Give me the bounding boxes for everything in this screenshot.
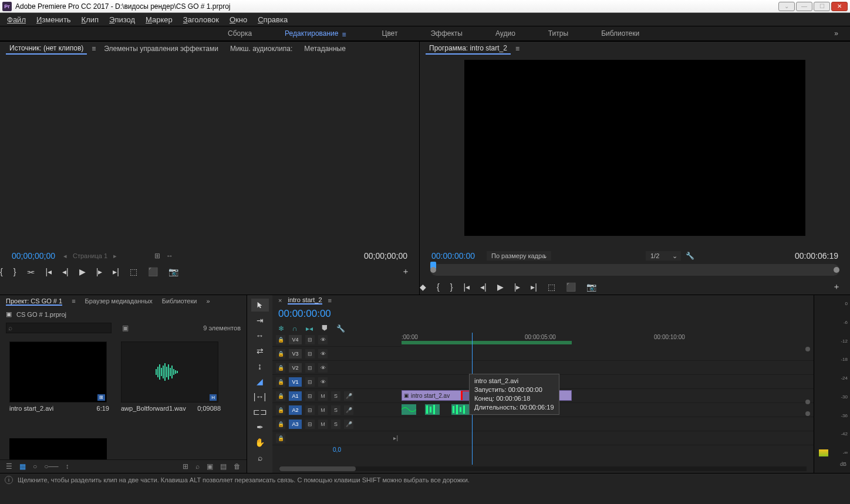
- close-seq-icon[interactable]: ×: [278, 297, 282, 304]
- track-v2[interactable]: V2: [289, 363, 302, 373]
- track-v1[interactable]: V1: [289, 377, 302, 387]
- go-out-icon[interactable]: ▸|: [531, 282, 537, 292]
- add-button-icon[interactable]: ＋: [402, 266, 410, 277]
- eye-icon[interactable]: 👁: [318, 349, 328, 358]
- linked-sel-icon[interactable]: ∩: [292, 324, 298, 333]
- freeform-view-icon[interactable]: ○: [33, 462, 37, 471]
- insert-clip-icon[interactable]: ⬚: [130, 267, 137, 276]
- extract-icon[interactable]: ⬛: [566, 282, 576, 292]
- lock-icon[interactable]: 🔒: [276, 335, 285, 344]
- project-tab[interactable]: Проект: CS GO # 1: [6, 297, 62, 306]
- slide-tool-icon[interactable]: ⊏⊐: [251, 405, 269, 418]
- program-scrubber[interactable]: [430, 264, 839, 276]
- menu-help[interactable]: Справка: [254, 14, 291, 25]
- icon-view-icon[interactable]: ▦: [19, 462, 26, 471]
- marker-icon[interactable]: ▸◂: [306, 324, 313, 333]
- h-scrollbar[interactable]: [272, 465, 814, 473]
- overwrite-clip-icon[interactable]: ⬛: [148, 267, 158, 276]
- go-out-icon[interactable]: ▸|: [113, 267, 119, 276]
- new-bin-icon[interactable]: ▣: [207, 462, 213, 471]
- rate-stretch-tool-icon[interactable]: ↨: [251, 360, 269, 373]
- project-item[interactable]: H awp_Boltforward1.wav0;09088: [121, 341, 221, 412]
- panel-menu-icon[interactable]: ≡: [92, 45, 96, 53]
- program-tc[interactable]: 00:00:00:00: [431, 251, 475, 261]
- sort-icon[interactable]: ↕: [66, 462, 69, 471]
- project-item[interactable]: ⊞ intro start_2.avi6:19: [9, 341, 109, 412]
- hand-tool-icon[interactable]: ✋: [251, 436, 269, 449]
- bin-icon[interactable]: ▣: [6, 310, 12, 318]
- timeline-content[interactable]: :00:00 00:00:05:00 00:00:10:00 ▣intro st…: [402, 333, 814, 465]
- toggle-sync-icon[interactable]: ⊟: [305, 377, 315, 387]
- list-view-icon[interactable]: ☰: [6, 462, 12, 471]
- audio-mixer-tab[interactable]: Микш. аудиоклипа:: [227, 43, 296, 54]
- eye-icon[interactable]: 👁: [318, 363, 328, 373]
- lock-icon[interactable]: 🔒: [276, 434, 285, 443]
- sequence-tab[interactable]: intro start_2: [288, 296, 322, 305]
- menu-window[interactable]: Окно: [226, 14, 251, 25]
- maximize-button[interactable]: ☐: [814, 2, 830, 11]
- panel-menu-icon[interactable]: ≡: [72, 297, 75, 306]
- export-frame-icon[interactable]: 📷: [586, 282, 596, 292]
- mute-icon[interactable]: M: [318, 405, 328, 415]
- eye-icon[interactable]: 👁: [318, 377, 328, 387]
- snap-icon[interactable]: ❄: [278, 324, 284, 333]
- menu-file[interactable]: Файл: [4, 14, 29, 25]
- mark-out-icon[interactable]: }: [450, 282, 453, 292]
- solo-icon[interactable]: S: [331, 391, 340, 401]
- ws-editing[interactable]: Редактирование: [280, 27, 353, 40]
- mark-out-icon[interactable]: }: [14, 267, 16, 276]
- toggle-sync-icon[interactable]: ⊟: [305, 363, 315, 373]
- mark-in-icon[interactable]: {: [0, 267, 3, 276]
- step-back-icon[interactable]: ◂|: [62, 267, 69, 276]
- voice-record-icon[interactable]: 🎤: [344, 405, 353, 415]
- settings-icon[interactable]: 🔧: [686, 252, 694, 260]
- pager-next-icon[interactable]: ▸: [111, 252, 119, 260]
- auto-seq-icon[interactable]: ⊞: [183, 462, 188, 471]
- audio-clip[interactable]: [451, 404, 469, 415]
- menu-clip[interactable]: Клип: [78, 14, 102, 25]
- voice-record-icon[interactable]: 🎤: [344, 391, 353, 401]
- track-a1[interactable]: A1: [289, 391, 302, 401]
- timeline-ruler[interactable]: :00:00 00:00:05:00 00:00:10:00: [402, 333, 814, 347]
- menu-title[interactable]: Заголовок: [180, 14, 222, 25]
- media-browser-tab[interactable]: Браузер медиаданных: [85, 297, 153, 306]
- source-tc-in[interactable]: 00;00;00;00: [12, 251, 55, 261]
- razor-tool-icon[interactable]: ◢: [251, 375, 269, 388]
- minimize-button[interactable]: —: [796, 2, 812, 11]
- ws-assembly[interactable]: Сборка: [223, 27, 257, 40]
- program-tab[interactable]: Программа: intro start_2: [426, 43, 511, 55]
- lift-icon[interactable]: ⬚: [548, 282, 555, 292]
- voice-record-icon[interactable]: 🎤: [344, 420, 353, 429]
- toggle-sync-icon[interactable]: ⊟: [305, 391, 315, 401]
- rolling-tool-icon[interactable]: ⇄: [251, 344, 269, 357]
- lock-icon[interactable]: 🔒: [276, 420, 285, 429]
- ws-titles[interactable]: Титры: [544, 27, 573, 40]
- mark-in-icon[interactable]: {: [437, 282, 440, 292]
- step-back-icon[interactable]: ◂|: [480, 282, 487, 292]
- ws-libraries[interactable]: Библиотеки: [596, 27, 644, 40]
- track-a3[interactable]: A3: [289, 420, 302, 429]
- lock-icon[interactable]: 🔒: [276, 363, 285, 373]
- program-viewport[interactable]: [464, 60, 805, 236]
- zoom-slider[interactable]: ○──: [44, 462, 58, 471]
- ws-effects[interactable]: Эффекты: [426, 27, 467, 40]
- go-in-icon[interactable]: |◂: [45, 267, 52, 276]
- overflow-icon[interactable]: »: [206, 297, 210, 306]
- ws-color[interactable]: Цвет: [377, 27, 403, 40]
- lock-icon[interactable]: 🔒: [276, 377, 285, 387]
- toggle-sync-icon[interactable]: ⊟: [305, 420, 315, 429]
- slip-tool-icon[interactable]: |↔|: [251, 390, 269, 403]
- step-fwd-icon[interactable]: |▸: [514, 282, 521, 292]
- lock-icon[interactable]: 🔒: [276, 391, 285, 401]
- timeline-tc[interactable]: 00:00:00:00: [278, 308, 331, 320]
- ws-overflow-icon[interactable]: »: [834, 29, 838, 38]
- track-select-tool-icon[interactable]: ⇥: [251, 314, 269, 327]
- mark-clip-icon[interactable]: ⫘: [26, 267, 35, 276]
- new-item-icon[interactable]: ▤: [220, 462, 227, 471]
- panel-menu-icon[interactable]: ≡: [328, 297, 332, 304]
- pager-prev-icon[interactable]: ◂: [61, 252, 69, 260]
- track-v4[interactable]: V4: [289, 335, 302, 344]
- metadata-tab[interactable]: Метаданные: [301, 43, 349, 54]
- menu-edit[interactable]: Изменить: [33, 14, 75, 25]
- zoom-value[interactable]: 0,0: [272, 445, 402, 454]
